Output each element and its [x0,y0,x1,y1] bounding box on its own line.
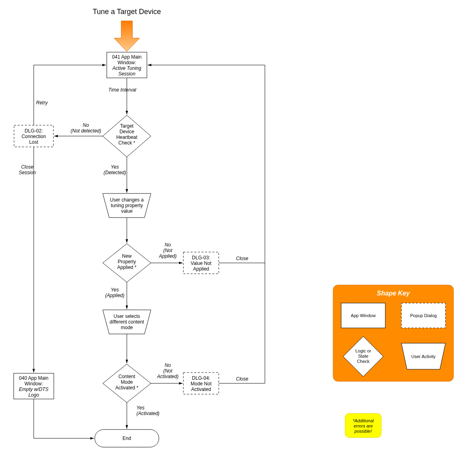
node-heartbeat-check: Target Device Heartbeat Check * [103,115,151,157]
label-retry: Retry [36,100,48,106]
svg-text:Session: Session [118,71,136,77]
svg-text:different content: different content [110,319,144,325]
svg-text:Lost: Lost [29,139,39,145]
node-041-app-main-window: 041 App Main Window: Active Tuning Sessi… [107,52,147,78]
note-additional-errors: *Additional errors are possible! [345,413,381,438]
svg-text:Check: Check [357,359,370,364]
label-time-interval: Time Interval [108,87,136,93]
edge-dlg03-close [148,65,265,263]
svg-text:DLG-02:: DLG-02: [24,128,43,134]
node-dlg-02: DLG-02: Connection Lost [14,125,53,147]
label-yes-applied-2: (Applied) [105,293,124,298]
key-user-activity: User Activity [401,343,445,369]
svg-text:mode: mode [121,325,133,330]
node-end: End [95,430,159,447]
svg-text:Connection: Connection [22,134,46,139]
label-no-not-activated-2: (Not [163,368,173,374]
svg-text:Activated: Activated [191,387,211,392]
svg-text:End: End [122,436,131,441]
svg-text:Logic or: Logic or [355,348,371,353]
svg-text:Applied: Applied [193,266,209,272]
node-dlg-03: DLG-03: Value Not Applied [183,252,219,274]
svg-text:New: New [122,253,132,259]
svg-text:tuning property: tuning property [111,203,143,208]
svg-text:Property: Property [118,259,136,265]
svg-text:Window:: Window: [24,381,43,387]
svg-text:Logo: Logo [28,392,39,398]
svg-text:value: value [121,208,133,214]
label-close-2: Close [236,376,248,382]
key-popup-dialog: Popup Dialog [401,303,445,328]
start-arrow-icon [114,21,140,51]
label-no-not-detected-1: No [83,122,89,128]
svg-text:Popup Dialog: Popup Dialog [410,313,437,318]
node-user-selects-mode: User selects different content mode [103,310,151,334]
label-no-not-applied-1: No [165,242,171,248]
svg-text:Mode: Mode [121,379,133,385]
svg-text:041 App Main: 041 App Main [112,54,141,60]
svg-text:Empty w/DTS: Empty w/DTS [19,387,48,392]
label-yes-activated-1: Yes [136,405,144,411]
label-close-session-1: Close [21,164,34,170]
label-yes-detected-2: (Detected) [104,170,126,175]
svg-text:Device: Device [120,129,134,134]
node-040-app-main-window: 040 App Main Window: Empty w/DTS Logo [14,373,54,399]
label-close-1: Close [236,256,248,261]
svg-text:User changes a: User changes a [110,197,144,203]
svg-text:errors are: errors are [354,423,373,428]
diagram-title: Tune a Target Device [93,8,161,16]
svg-text:Content: Content [118,374,136,379]
svg-text:Mode Not: Mode Not [191,381,212,387]
label-close-session-2: Session [19,170,36,175]
label-no-not-applied-3: Applied) [159,253,177,259]
key-app-window: App Window [341,303,385,328]
label-yes-detected-1: Yes [111,164,119,170]
svg-text:Value Not: Value Not [191,261,212,266]
svg-text:Active Tuning: Active Tuning [112,65,141,71]
label-yes-activated-2: (Activated) [136,411,159,416]
svg-text:User selects: User selects [114,313,140,319]
svg-text:DLG-04:: DLG-04: [192,375,210,381]
svg-text:Window:: Window: [118,60,136,65]
node-dlg-04: DLG-04: Mode Not Activated [183,373,219,394]
svg-text:Target: Target [120,123,134,129]
svg-text:Heartbeat: Heartbeat [116,134,138,140]
label-no-not-applied-2: (Not [163,248,173,253]
label-no-not-detected-2: (Not detected) [71,128,101,134]
shape-key-title: Shape Key [377,290,410,297]
node-content-mode-activated: Content Mode Activated * [103,364,151,403]
edge-dlg04-close [219,263,265,383]
svg-text:DLG-03:: DLG-03: [192,255,210,261]
edge-retry [34,65,106,125]
shape-key-panel: Shape Key App Window Popup Dialog Logic … [333,285,454,381]
svg-text:*Additional: *Additional [353,418,374,423]
label-yes-applied-1: Yes [111,287,119,293]
node-user-changes-property: User changes a tuning property value [103,193,151,218]
svg-text:App Window: App Window [351,313,376,318]
node-new-property-applied: New Property Applied * [103,244,151,282]
svg-text:040 App Main: 040 App Main [19,375,48,381]
svg-text:Applied *: Applied * [117,265,136,270]
svg-text:Check *: Check * [118,140,135,146]
svg-text:User Activity: User Activity [411,354,436,359]
svg-text:Activated *: Activated * [115,385,138,391]
edge-040-to-end [34,399,94,438]
label-no-not-activated-3: Activated) [157,374,178,379]
label-no-not-activated-1: No [165,362,171,368]
svg-text:possible!: possible! [354,429,372,434]
svg-text:State: State [358,354,368,358]
